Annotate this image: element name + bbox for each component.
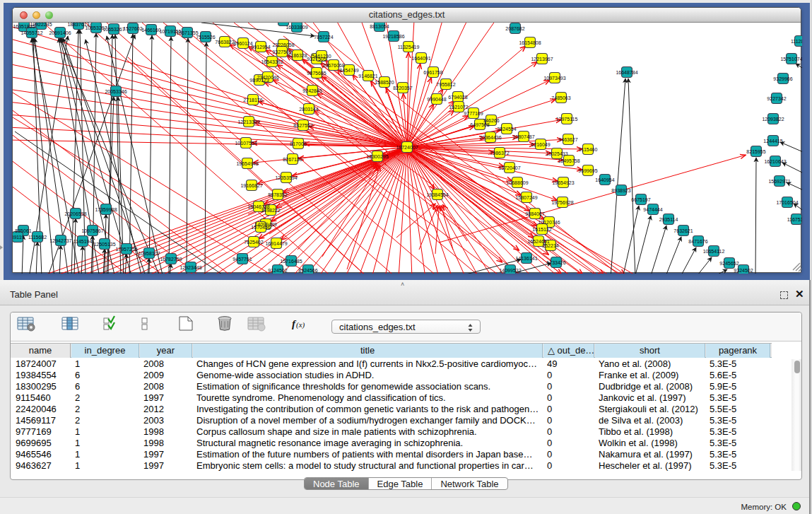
svg-text:8471676: 8471676	[688, 239, 707, 244]
svg-text:1570456: 1570456	[251, 225, 270, 230]
svg-text:10653267: 10653267	[102, 27, 124, 32]
svg-text:8220357: 8220357	[393, 86, 412, 90]
svg-text:12093822: 12093822	[762, 117, 784, 122]
svg-text:9329966: 9329966	[773, 76, 792, 81]
svg-text:1664091: 1664091	[411, 56, 430, 61]
svg-text:9777169: 9777169	[464, 111, 483, 116]
svg-text:16671355: 16671355	[176, 30, 198, 35]
svg-text:15720407: 15720407	[498, 165, 520, 170]
svg-text:8186328: 8186328	[288, 53, 307, 58]
svg-text:20364436: 20364436	[479, 135, 501, 140]
svg-text:9884067: 9884067	[525, 211, 544, 216]
svg-text:16914479: 16914479	[265, 241, 287, 246]
svg-text:12975115: 12975115	[556, 117, 578, 122]
svg-text:11325419: 11325419	[398, 45, 420, 49]
svg-text:(x): (x)	[296, 320, 305, 329]
svg-text:19166827: 19166827	[240, 183, 262, 188]
svg-text:17359938: 17359938	[95, 207, 117, 212]
svg-text:1615132: 1615132	[532, 227, 551, 232]
svg-text:7857224: 7857224	[314, 35, 333, 40]
svg-text:1167533: 1167533	[787, 217, 802, 222]
svg-text:817006: 817006	[290, 141, 306, 146]
svg-text:252214: 252214	[542, 243, 558, 248]
svg-text:1640954: 1640954	[595, 177, 614, 182]
svg-text:10975867: 10975867	[81, 228, 103, 233]
svg-text:9324502: 9324502	[734, 268, 753, 273]
svg-text:1498222: 1498222	[261, 208, 280, 213]
svg-text:5461230: 5461230	[312, 54, 331, 59]
svg-text:1112853: 1112853	[791, 39, 802, 44]
svg-text:16543362: 16543362	[261, 59, 283, 64]
svg-text:14055712: 14055712	[20, 30, 42, 35]
svg-text:18495758: 18495758	[558, 158, 579, 163]
svg-text:9990448: 9990448	[427, 97, 446, 102]
svg-text:20206538: 20206538	[64, 211, 86, 216]
svg-text:9124502: 9124502	[268, 268, 287, 273]
svg-text:2087682: 2087682	[505, 26, 524, 31]
svg-text:9115460: 9115460	[579, 147, 598, 152]
svg-text:19756928: 19756928	[551, 200, 573, 205]
svg-text:15751074: 15751074	[780, 57, 802, 62]
svg-text:10120746: 10120746	[538, 220, 560, 225]
svg-text:7625402: 7625402	[244, 240, 263, 245]
svg-text:8215955: 8215955	[746, 149, 765, 154]
svg-text:10654112: 10654112	[703, 249, 725, 254]
svg-text:1621072: 1621072	[449, 105, 468, 110]
svg-text:8427552: 8427552	[293, 123, 312, 128]
svg-text:10807487: 10807487	[512, 134, 534, 139]
svg-text:1244415: 1244415	[763, 139, 782, 144]
svg-text:16033809: 16033809	[286, 25, 307, 30]
svg-text:14136141: 14136141	[515, 256, 537, 261]
svg-text:2935114: 2935114	[659, 217, 678, 222]
svg-text:20053346: 20053346	[105, 89, 126, 94]
svg-text:8454749: 8454749	[339, 68, 358, 73]
svg-text:15807249: 15807249	[515, 195, 537, 200]
svg-text:6961758: 6961758	[423, 70, 442, 75]
svg-text:16648784: 16648784	[616, 70, 637, 75]
svg-text:10958107: 10958107	[138, 251, 160, 256]
svg-text:8938923: 8938923	[611, 188, 630, 193]
svg-text:6497568: 6497568	[470, 122, 489, 127]
svg-text:6216049: 6216049	[531, 142, 550, 147]
svg-text:9474444: 9474444	[643, 207, 662, 212]
svg-text:15716485: 15716485	[280, 259, 302, 264]
svg-text:16782759: 16782759	[160, 257, 182, 262]
svg-text:10107554: 10107554	[235, 141, 257, 146]
svg-text:6466160: 6466160	[141, 28, 160, 33]
svg-text:9245652: 9245652	[719, 261, 739, 266]
svg-text:15692971: 15692971	[768, 179, 790, 184]
svg-text:10025433: 10025433	[546, 151, 567, 156]
svg-text:16154808: 16154808	[519, 40, 541, 45]
svg-text:12353594: 12353594	[275, 175, 297, 180]
svg-text:12505135: 12505135	[93, 242, 115, 247]
svg-text:1145194: 1145194	[73, 239, 93, 244]
svg-text:12213967: 12213967	[531, 57, 553, 62]
svg-text:9457791: 9457791	[233, 257, 252, 262]
svg-text:2803144: 2803144	[299, 107, 318, 112]
svg-text:9227342: 9227342	[767, 96, 786, 101]
svg-text:16210643: 16210643	[764, 159, 786, 164]
svg-text:12942737: 12942737	[49, 238, 71, 243]
svg-text:7986372: 7986372	[490, 151, 509, 156]
svg-text:18300295: 18300295	[366, 154, 388, 159]
svg-text:9146821: 9146821	[358, 74, 377, 78]
svg-text:12923448: 12923448	[180, 265, 201, 270]
svg-text:39119: 39119	[13, 235, 25, 240]
svg-text:1733426: 1733426	[546, 260, 565, 265]
svg-text:17016504: 17016504	[776, 200, 798, 205]
svg-text:19384554: 19384554	[426, 192, 448, 197]
svg-text:9242845: 9242845	[302, 88, 322, 93]
svg-text:8267130: 8267130	[283, 157, 302, 162]
svg-text:9875685: 9875685	[307, 71, 326, 76]
svg-text:2718176: 2718176	[243, 98, 262, 103]
svg-text:835061: 835061	[15, 228, 31, 233]
svg-text:9463627: 9463627	[558, 137, 577, 142]
svg-text:23226058: 23226058	[272, 42, 294, 47]
svg-text:6794028: 6794028	[448, 95, 467, 100]
svg-text:7955812: 7955812	[436, 82, 455, 87]
svg-text:29676068: 29676068	[322, 63, 344, 68]
svg-text:19654923: 19654923	[552, 180, 574, 185]
svg-text:18724007: 18724007	[396, 145, 418, 150]
svg-text:7515526: 7515526	[196, 35, 215, 40]
svg-text:17957255: 17957255	[115, 247, 137, 252]
